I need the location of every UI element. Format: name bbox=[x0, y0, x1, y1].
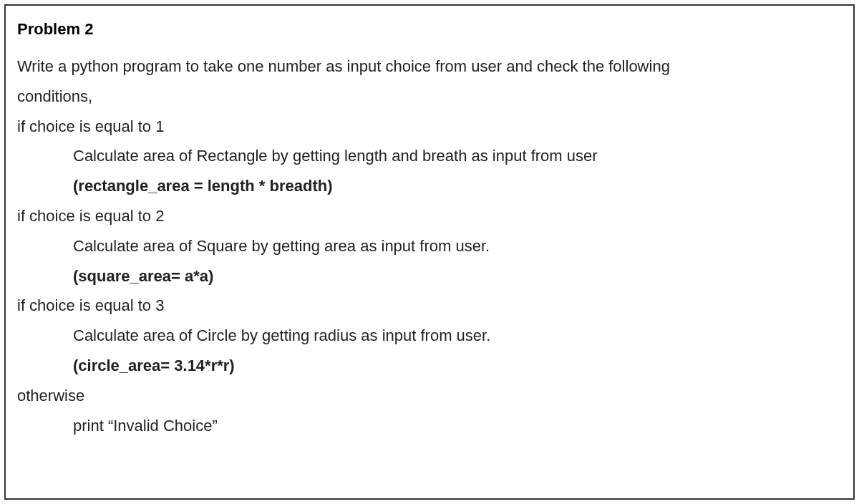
otherwise-desc: print “Invalid Choice” bbox=[17, 411, 842, 441]
condition-2: if choice is equal to 2 bbox=[17, 201, 842, 231]
condition-2-desc: Calculate area of Square by getting area… bbox=[17, 231, 842, 261]
condition-3-desc: Calculate area of Circle by getting radi… bbox=[17, 321, 842, 351]
condition-1: if choice is equal to 1 bbox=[17, 112, 842, 142]
condition-3: if choice is equal to 3 bbox=[17, 291, 842, 321]
condition-3-formula: (circle_area= 3.14*r*r) bbox=[17, 351, 842, 381]
intro-line-1: Write a python program to take one numbe… bbox=[17, 52, 842, 82]
condition-1-formula: (rectangle_area = length * breadth) bbox=[17, 171, 842, 201]
intro-line-2: conditions, bbox=[17, 82, 842, 112]
problem-title: Problem 2 bbox=[17, 20, 842, 39]
otherwise: otherwise bbox=[17, 381, 842, 411]
condition-1-desc: Calculate area of Rectangle by getting l… bbox=[17, 141, 842, 171]
problem-container: Problem 2 Write a python program to take… bbox=[4, 4, 855, 500]
condition-2-formula: (square_area= a*a) bbox=[17, 261, 842, 291]
